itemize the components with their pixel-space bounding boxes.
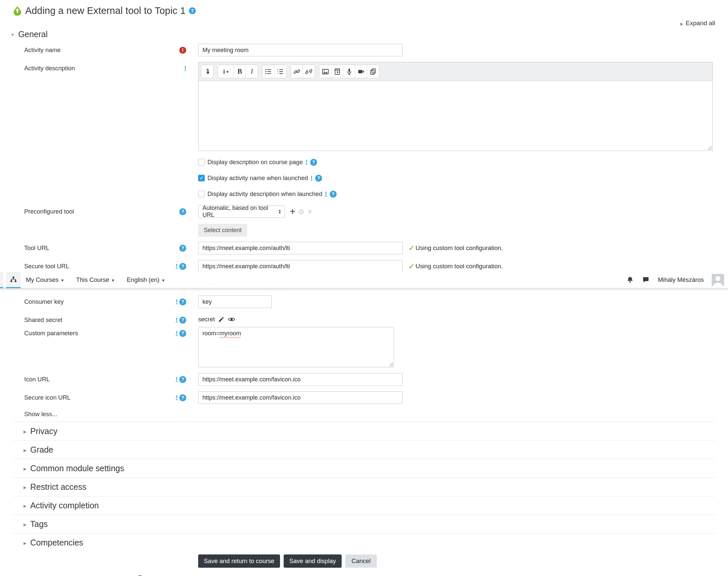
shared-secret-value: secret bbox=[198, 316, 215, 323]
section-common-module-settings[interactable]: Common module settings bbox=[13, 459, 715, 478]
help-icon[interactable] bbox=[179, 263, 186, 270]
row-activity-description: Activity description i bbox=[13, 62, 715, 151]
help-icon[interactable] bbox=[179, 376, 186, 383]
insert-image-icon[interactable] bbox=[320, 65, 331, 78]
section-general-header[interactable]: General bbox=[10, 30, 715, 39]
advanced-field-icon bbox=[325, 191, 327, 197]
bold-icon[interactable]: B bbox=[234, 65, 246, 78]
save-and-return-button[interactable]: Save and return to course bbox=[198, 554, 280, 568]
advanced-field-icon bbox=[176, 299, 178, 305]
section-activity-completion[interactable]: Activity completion bbox=[13, 496, 715, 515]
resize-handle[interactable] bbox=[389, 362, 393, 367]
user-avatar[interactable] bbox=[712, 274, 724, 286]
unlink-icon[interactable] bbox=[303, 65, 315, 78]
user-name[interactable]: Mihály Mészáros bbox=[658, 276, 704, 284]
row-consumer-key: Consumer key bbox=[13, 295, 715, 308]
unordered-list-icon[interactable] bbox=[263, 65, 274, 78]
nav-my-courses[interactable]: My Courses bbox=[26, 276, 64, 284]
preconfigured-tool-label: Preconfigured tool bbox=[24, 208, 74, 215]
edit-pencil-icon[interactable] bbox=[218, 316, 225, 323]
navbar-user-area: Mihály Mészáros bbox=[626, 274, 728, 286]
help-icon[interactable] bbox=[179, 394, 186, 401]
messages-chat-icon[interactable] bbox=[642, 276, 650, 284]
italic-icon[interactable]: I bbox=[246, 65, 258, 78]
tool-url-status: Using custom tool configuration. bbox=[408, 243, 503, 253]
external-tool-icon bbox=[13, 6, 22, 16]
custom-parameters-textarea[interactable]: room=myroom bbox=[198, 327, 394, 368]
required-icon bbox=[179, 47, 186, 54]
paragraph-styles-icon[interactable]: i bbox=[218, 65, 234, 78]
chevron-down-icon bbox=[162, 276, 164, 284]
check-icon bbox=[408, 243, 415, 253]
cancel-button[interactable]: Cancel bbox=[345, 554, 377, 568]
display-description-checkbox[interactable] bbox=[198, 159, 205, 166]
expand-all-label: Expand all bbox=[686, 20, 715, 27]
consumer-key-input[interactable] bbox=[198, 295, 272, 308]
checkbox-row-display-activity-description: Display activity description when launch… bbox=[198, 189, 715, 199]
collapse-toolbar-icon[interactable] bbox=[202, 65, 213, 78]
nav-this-course[interactable]: This Course bbox=[76, 276, 114, 284]
chevron-down-icon bbox=[61, 276, 64, 284]
checkbox-row-display-activity-name: Display activity name when launched bbox=[198, 173, 715, 183]
page-header: Adding a new External tool to Topic 1 bbox=[13, 5, 715, 16]
display-activity-description-checkbox[interactable] bbox=[198, 191, 205, 197]
advanced-field-icon bbox=[310, 175, 312, 181]
checkbox-label: Display description on course page bbox=[207, 159, 303, 166]
help-icon[interactable] bbox=[179, 298, 186, 306]
help-icon[interactable] bbox=[179, 245, 186, 252]
collapse-caret-icon bbox=[10, 31, 14, 37]
help-icon[interactable] bbox=[179, 317, 186, 324]
notifications-bell-icon[interactable] bbox=[626, 276, 634, 284]
chevron-down-icon bbox=[112, 276, 114, 284]
consumer-key-label: Consumer key bbox=[24, 298, 64, 306]
editor-content-area[interactable] bbox=[199, 81, 712, 150]
select-arrows-icon bbox=[278, 209, 281, 214]
italic-glyph: I bbox=[251, 67, 253, 76]
nav-language[interactable]: English (en) bbox=[127, 276, 165, 284]
help-icon[interactable] bbox=[179, 330, 186, 337]
display-activity-name-checkbox[interactable] bbox=[198, 175, 205, 181]
section-competencies[interactable]: Competencies bbox=[13, 533, 715, 552]
tool-url-input[interactable] bbox=[198, 242, 403, 254]
sitemap-icon[interactable] bbox=[6, 272, 21, 288]
record-audio-icon[interactable] bbox=[343, 65, 355, 78]
ordered-list-icon[interactable] bbox=[274, 65, 286, 78]
advanced-field-icon bbox=[305, 159, 307, 165]
add-tool-icon[interactable] bbox=[290, 207, 295, 216]
expand-caret-icon bbox=[24, 540, 27, 546]
link-icon[interactable] bbox=[291, 65, 303, 78]
rich-text-editor: i B I bbox=[198, 62, 713, 151]
row-secure-tool-url: Secure tool URL Using custom tool config… bbox=[13, 260, 715, 272]
save-and-display-button[interactable]: Save and display bbox=[284, 554, 342, 568]
activity-name-input[interactable] bbox=[198, 44, 403, 56]
icon-url-input[interactable] bbox=[198, 373, 403, 386]
page-title: Adding a new External tool to Topic 1 bbox=[25, 5, 186, 16]
manage-files-icon[interactable] bbox=[367, 65, 379, 78]
section-grade[interactable]: Grade bbox=[13, 440, 715, 459]
activity-name-label: Activity name bbox=[24, 47, 61, 54]
section-privacy[interactable]: Privacy bbox=[13, 422, 715, 440]
help-icon[interactable] bbox=[179, 208, 186, 215]
section-tags[interactable]: Tags bbox=[13, 515, 715, 533]
row-preconfigured-tool: Preconfigured tool Automatic, based on t… bbox=[13, 205, 715, 237]
insert-media-icon[interactable] bbox=[331, 65, 343, 78]
section-restrict-access[interactable]: Restrict access bbox=[13, 478, 715, 496]
resize-handle[interactable] bbox=[707, 146, 712, 150]
help-icon[interactable] bbox=[315, 175, 322, 182]
title-help-icon[interactable] bbox=[189, 7, 196, 14]
help-icon[interactable] bbox=[330, 191, 337, 198]
show-less-link[interactable]: Show less... bbox=[24, 410, 715, 422]
nav-tab-partial[interactable] bbox=[0, 272, 3, 288]
top-navbar: My Courses This Course English (en) Mihá… bbox=[0, 272, 728, 288]
record-video-icon[interactable] bbox=[355, 65, 367, 78]
selected-option: Automatic, based on tool URL bbox=[203, 205, 278, 219]
secure-icon-url-input[interactable] bbox=[198, 391, 403, 404]
show-secret-eye-icon[interactable] bbox=[228, 317, 235, 322]
select-content-button[interactable]: Select content bbox=[198, 224, 247, 237]
secure-tool-url-input[interactable] bbox=[198, 260, 403, 272]
expand-all-link[interactable]: Expand all bbox=[680, 20, 715, 27]
section-title: Common module settings bbox=[30, 464, 124, 473]
preconfigured-tool-select[interactable]: Automatic, based on tool URL bbox=[198, 205, 285, 218]
section-title: Tags bbox=[30, 519, 48, 529]
help-icon[interactable] bbox=[310, 159, 317, 166]
